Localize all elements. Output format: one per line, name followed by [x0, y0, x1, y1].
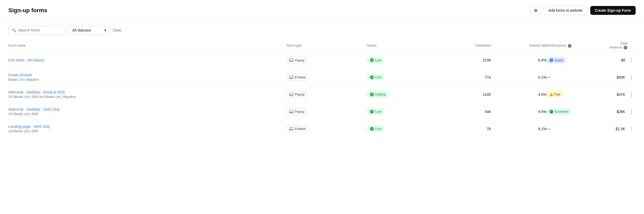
clear-button[interactable]: Clear	[113, 28, 121, 32]
col-header-form-name: Form name	[8, 39, 286, 52]
performance-badge: ✓ Good	[546, 57, 566, 63]
form-type-badge: Popup	[286, 108, 308, 115]
submit-rate-value: 0.1%	[491, 69, 546, 86]
col-header-form-type: Form type	[286, 39, 367, 52]
performance-badge: ✓ Excellent	[546, 109, 571, 115]
col-header-performance: Performance i	[546, 39, 609, 52]
performance-badge: ! Fair	[546, 91, 563, 97]
submitted-value: 774	[435, 69, 491, 86]
form-type-badge: Popup	[286, 91, 308, 98]
total-revenue-value: $0	[609, 52, 627, 69]
row-actions-button[interactable]: ⋮	[627, 56, 636, 64]
create-form-button[interactable]: Create Sign-up Form	[590, 6, 636, 15]
form-subtitle: US Master List | SMS	[8, 112, 286, 116]
forms-table: Form name Form type Status Submitted Sub…	[8, 39, 636, 137]
form-type-icon	[289, 127, 293, 130]
form-subtitle: US Master List | SMS	[8, 129, 286, 133]
status-dot-icon	[370, 127, 374, 131]
row-actions-button[interactable]: ⋮	[627, 90, 636, 99]
total-revenue-value: $28K	[609, 103, 627, 120]
status-badge: Live	[367, 125, 385, 132]
submitted-value: 548	[435, 103, 491, 120]
form-name-link[interactable]: Footer Embed	[8, 73, 32, 77]
header-actions: ⚙ Add forms to website Create Sign-up Fo…	[530, 5, 636, 16]
add-forms-button[interactable]: Add forms to website	[544, 6, 588, 15]
form-name-link[interactable]: Exit intent - All Visitors	[8, 58, 44, 62]
table-row: Welcome - Desktop - SMS OnlyUS Master Li…	[8, 103, 636, 120]
status-filter[interactable]: All statuses ▾	[68, 26, 110, 35]
search-icon: 🔍	[12, 28, 16, 32]
total-revenue-value: $1.3K	[609, 120, 627, 137]
form-name-link[interactable]: Landing page - SMS Only	[8, 124, 50, 129]
status-dot-icon	[370, 58, 374, 62]
form-name-link[interactable]: Welcome - Desktop - SMS Only	[8, 107, 60, 111]
form-type-icon	[289, 110, 293, 113]
row-actions-button[interactable]: ⋮	[627, 108, 636, 116]
table-row: Welcome - Desktop - Email & SMSUS Master…	[8, 86, 636, 103]
table-row: Footer EmbedMaster List | MigrationEmbed…	[8, 69, 636, 86]
submit-rate-value: 6.4%	[491, 52, 546, 69]
col-header-submitted: Submitted	[435, 39, 491, 52]
status-filter-label: All statuses	[72, 28, 91, 32]
form-type-icon	[289, 59, 293, 62]
performance-excellent-icon: ✓	[550, 110, 553, 114]
row-actions-button[interactable]: ⋮	[627, 73, 636, 81]
toolbar: 🔍 All statuses ▾ Clear	[0, 21, 644, 39]
total-revenue-value: $47K	[609, 86, 627, 103]
status-dot-icon	[370, 93, 374, 96]
status-dot-icon	[370, 75, 374, 79]
total-revenue-value: $20K	[609, 69, 627, 86]
col-header-total-revenue: Total revenue i	[609, 39, 627, 52]
form-name-link[interactable]: Welcome - Desktop - Email & SMS	[8, 90, 65, 94]
form-type-icon	[289, 76, 293, 79]
chevron-down-icon: ▾	[104, 28, 106, 32]
page-header: Sign-up forms ⚙ Add forms to website Cre…	[0, 0, 644, 21]
submitted-value: 78	[435, 120, 491, 137]
performance-fair-icon: !	[550, 93, 553, 96]
table-row: Exit intent - All VisitorsPopupLive22396…	[8, 52, 636, 69]
submitted-value: 2239	[435, 52, 491, 69]
performance-info-icon[interactable]: i	[568, 44, 571, 48]
form-type-badge: Popup	[286, 57, 308, 64]
status-badge: Live	[367, 57, 385, 64]
col-header-submit-rate: Submit rate	[491, 39, 546, 52]
submit-rate-value: 4.0%	[491, 86, 546, 103]
col-header-actions	[627, 39, 636, 52]
submitted-value: 1435	[435, 86, 491, 103]
gear-icon: ⚙	[534, 8, 538, 13]
form-subtitle: Master List | Migration	[8, 78, 286, 81]
forms-table-container: Form name Form type Status Submitted Sub…	[0, 39, 644, 137]
total-revenue-info-icon[interactable]: i	[624, 46, 627, 49]
page-title: Sign-up forms	[8, 7, 47, 14]
col-header-status: Status	[367, 39, 435, 52]
form-type-icon	[289, 93, 293, 96]
submit-rate-value: 9.5%	[491, 103, 546, 120]
status-badge: Editing	[367, 91, 389, 98]
row-actions-button[interactable]: ⋮	[627, 125, 636, 133]
performance-good-icon: ✓	[550, 58, 553, 62]
performance-dash: —	[546, 127, 551, 131]
form-subtitle: US Master List | SMS and Master List | M…	[8, 95, 286, 99]
status-badge: Live	[367, 108, 385, 115]
table-row: Landing page - SMS OnlyUS Master List | …	[8, 120, 636, 137]
form-type-badge: Embed	[286, 74, 308, 81]
search-input[interactable]	[18, 28, 62, 32]
settings-button[interactable]: ⚙	[530, 5, 541, 16]
status-badge: Live	[367, 74, 385, 80]
search-box: 🔍	[8, 26, 66, 35]
submit-rate-value: 9.1%	[491, 120, 546, 137]
performance-dash: —	[546, 75, 551, 79]
form-type-badge: Embed	[286, 125, 308, 132]
status-dot-icon	[370, 110, 374, 114]
